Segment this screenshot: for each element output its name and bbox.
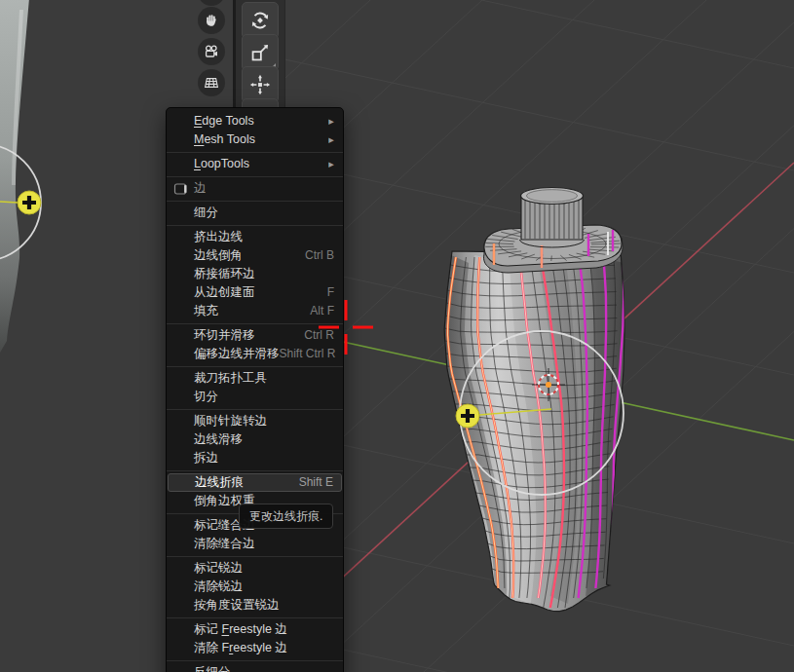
menu-item-label: 环切并滑移 xyxy=(194,326,255,345)
menu-item-label: 挤出边线 xyxy=(194,228,243,246)
menu-item-edge-slide[interactable]: 边线滑移 xyxy=(167,430,343,449)
submenu-arrow-icon: ▶ xyxy=(328,156,334,172)
menu-item-label: 桥接循环边 xyxy=(194,265,255,283)
menu-item-looptools[interactable]: LoopTools▶ xyxy=(167,155,343,173)
menu-item-shortcut: Shift Ctrl R xyxy=(280,345,336,363)
menu-item-label: Mesh Tools xyxy=(194,131,255,149)
tooltip-text: 更改边线折痕. xyxy=(249,509,322,523)
menu-item-subdivide[interactable]: 细分 xyxy=(167,204,343,222)
click-marker-right xyxy=(456,404,479,428)
menu-item-offset-edge-slide[interactable]: 偏移边线并滑移Shift Ctrl R xyxy=(167,345,343,363)
submenu-arrow-icon: ▶ xyxy=(328,113,334,130)
menu-item-knife-topology-tool[interactable]: 裁刀拓扑工具 xyxy=(167,369,343,388)
menu-item-label: 拆边 xyxy=(194,449,218,467)
menu-item-shortcut: Alt F xyxy=(310,302,334,320)
menu-item-label: 偏移边线并滑移 xyxy=(194,345,280,363)
floor-grid xyxy=(0,0,794,672)
menu-item-edge-tools[interactable]: Edge Tools▶ xyxy=(167,112,343,131)
toggle-grid-view-button[interactable] xyxy=(198,69,225,96)
menu-item-edge-crease[interactable]: 边线折痕Shift E xyxy=(168,473,342,492)
menu-item-set-sharpness-by-angle[interactable]: 按角度设置锐边 xyxy=(167,596,343,615)
rotate-tool-icon xyxy=(249,10,271,31)
menu-item-loop-cut-and-slide[interactable]: 环切并滑移Ctrl R xyxy=(167,326,343,345)
menu-item-label: 从边创建面 xyxy=(194,283,255,302)
camera-icon xyxy=(204,44,219,59)
menu-item-label: 按角度设置锐边 xyxy=(194,596,280,615)
menu-item-label: 边线倒角 xyxy=(194,246,243,265)
menu-item-label: Edge Tools xyxy=(194,112,254,131)
menu-item-edge-split[interactable]: 拆边 xyxy=(167,449,343,467)
menu-item-edge-header: 边 xyxy=(167,179,343,198)
menu-item-label: 反细分 xyxy=(194,663,231,672)
mesh-object-bottle xyxy=(441,188,624,612)
menu-item-split[interactable]: 切分 xyxy=(167,388,343,406)
menu-item-bevel-edges[interactable]: 边线倒角Ctrl B xyxy=(167,246,343,265)
camera-view-button[interactable] xyxy=(198,38,225,65)
scale-tool-icon xyxy=(249,42,271,63)
tooltip: 更改边线折痕. xyxy=(239,504,333,529)
menu-item-mark-freestyle-edge[interactable]: 标记 Freestyle 边 xyxy=(167,620,343,639)
menu-item-extrude-edges[interactable]: 挤出边线 xyxy=(167,228,343,246)
blender-window: { "app": "Blender 3D viewport (Edit Mode… xyxy=(0,0,794,672)
transform-tool-icon xyxy=(249,74,271,95)
pan-view-button[interactable] xyxy=(198,7,225,34)
menu-item-label: LoopTools xyxy=(194,155,249,173)
menu-item-label: 裁刀拓扑工具 xyxy=(194,369,267,388)
edge-select-icon xyxy=(173,182,187,196)
menu-item-fill[interactable]: 填充Alt F xyxy=(167,302,343,320)
menu-item-label: 清除 Freestyle 边 xyxy=(194,639,287,657)
click-marker-left xyxy=(18,191,41,214)
menu-item-shortcut: Ctrl R xyxy=(304,326,334,345)
menu-item-shortcut: Ctrl B xyxy=(305,246,334,265)
menu-item-label: 清除缝合边 xyxy=(194,535,255,553)
menu-item-label: 边线滑移 xyxy=(194,430,243,449)
context-menu: Edge Tools▶Mesh Tools▶LoopTools▶边细分挤出边线边… xyxy=(166,107,344,672)
hand-icon xyxy=(204,13,219,28)
menu-item-label: 边 xyxy=(194,179,207,198)
menu-item-label: 标记 Freestyle 边 xyxy=(194,620,287,639)
menu-item-rotate-edge-cw[interactable]: 顺时针旋转边 xyxy=(167,412,343,430)
menu-item-mesh-tools[interactable]: Mesh Tools▶ xyxy=(167,131,343,149)
submenu-arrow-icon: ▶ xyxy=(328,131,334,148)
menu-item-shortcut: Shift E xyxy=(299,473,333,492)
menu-item-label: 细分 xyxy=(194,204,218,222)
menu-item-un-subdivide[interactable]: 反细分 xyxy=(167,663,343,672)
menu-item-label: 清除锐边 xyxy=(194,578,243,596)
menu-item-label: 边线折痕 xyxy=(195,473,244,492)
menu-item-label: 标记锐边 xyxy=(194,559,243,578)
viewport-3d[interactable] xyxy=(0,0,794,672)
menu-item-clear-seam[interactable]: 清除缝合边 xyxy=(167,535,343,553)
menu-item-label: 填充 xyxy=(194,302,218,320)
menu-item-shortcut: F xyxy=(327,283,334,302)
menu-item-mark-sharp[interactable]: 标记锐边 xyxy=(167,559,343,578)
left-edge-object xyxy=(0,0,29,353)
menu-item-label: 顺时针旋转边 xyxy=(194,412,267,430)
menu-item-clear-sharp[interactable]: 清除锐边 xyxy=(167,578,343,596)
mouse-trail-left xyxy=(0,202,18,203)
menu-item-bridge-edge-loops[interactable]: 桥接循环边 xyxy=(167,265,343,283)
menu-item-clear-freestyle-edge[interactable]: 清除 Freestyle 边 xyxy=(167,639,343,657)
grid-icon xyxy=(204,75,219,91)
menu-item-new-face-from-edges[interactable]: 从边创建面F xyxy=(167,283,343,302)
menu-item-label: 切分 xyxy=(194,388,218,406)
